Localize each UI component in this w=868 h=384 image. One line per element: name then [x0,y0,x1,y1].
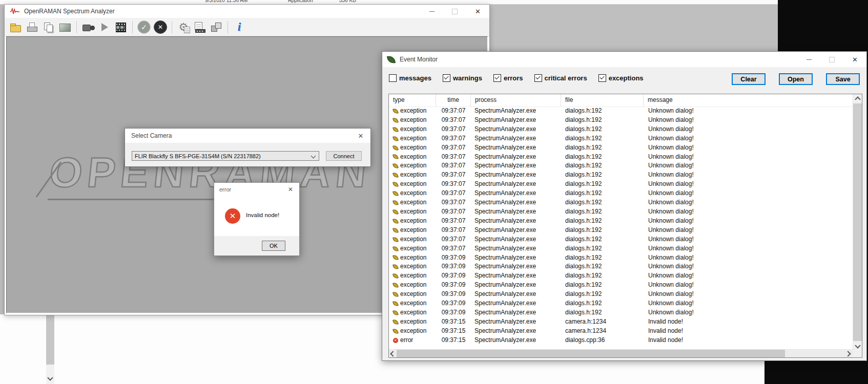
table-row[interactable]: exception09:37:09SpectrumAnalyzer.exedia… [389,299,853,308]
error-titlebar[interactable]: error ✕ [214,183,299,196]
event-type-label: exception [400,244,426,253]
close-button[interactable]: ✕ [351,129,370,143]
dialog-title: error [219,186,231,193]
checkbox-checked-icon[interactable] [443,74,450,82]
table-row[interactable]: exception09:37:07SpectrumAnalyzer.exedia… [389,198,853,207]
filter-checkbox-critical-errors[interactable]: critical errors [534,74,587,82]
event-message-cell: Unknown dialog! [644,217,853,226]
filter-checkbox-messages[interactable]: messages [389,74,431,82]
exception-icon [392,227,399,233]
column-header-message[interactable]: message [644,94,853,106]
event-monitor-titlebar[interactable]: Event Monitor ✕ [382,52,866,67]
table-row[interactable]: exception09:37:07SpectrumAnalyzer.exedia… [389,143,853,153]
event-type-label: exception [400,153,426,162]
table-row[interactable]: exception09:37:15SpectrumAnalyzer.execam… [389,327,853,336]
table-row[interactable]: exception09:37:07SpectrumAnalyzer.exedia… [389,170,853,180]
event-type-label: exception [400,299,426,308]
toolbar [5,18,489,36]
table-row[interactable]: exception09:37:07SpectrumAnalyzer.exedia… [389,217,853,226]
table-row[interactable]: exception09:37:07SpectrumAnalyzer.exedia… [389,207,853,217]
film-icon[interactable] [114,20,128,34]
close-button[interactable]: ✕ [466,5,489,18]
chevron-left-icon[interactable] [390,351,396,356]
print-icon[interactable] [26,20,39,34]
event-type-label: exception [400,207,426,217]
table-row[interactable]: exception09:37:07SpectrumAnalyzer.exedia… [389,180,853,189]
accept-icon[interactable] [137,20,151,34]
table-row[interactable]: error09:37:15SpectrumAnalyzer.exedialogs… [389,336,853,345]
checklist-icon[interactable] [193,20,206,34]
chevron-up-icon[interactable] [855,96,860,102]
column-header-type[interactable]: type [389,94,436,106]
camera-icon[interactable] [81,20,95,34]
checkbox-unchecked-icon[interactable] [389,74,397,82]
copy-icon[interactable] [42,20,55,34]
select-camera-titlebar[interactable]: Select Camera ✕ [125,129,370,143]
column-header-file[interactable]: file [561,94,644,106]
table-row[interactable]: exception09:37:07SpectrumAnalyzer.exedia… [389,226,853,235]
table-row[interactable]: exception09:37:07SpectrumAnalyzer.exedia… [389,116,853,125]
checkbox-checked-icon[interactable] [598,74,606,82]
ok-button[interactable]: OK [262,241,285,251]
table-row[interactable]: exception09:37:07SpectrumAnalyzer.exedia… [389,134,853,143]
table-row[interactable]: exception09:37:07SpectrumAnalyzer.exedia… [389,189,853,198]
image-icon[interactable] [58,20,72,34]
event-file-cell: dialogs.h:192 [561,253,644,263]
table-row[interactable]: exception09:37:07SpectrumAnalyzer.exedia… [389,244,853,253]
table-row[interactable]: exception09:37:07SpectrumAnalyzer.exedia… [389,235,853,244]
checkbox-checked-icon[interactable] [534,74,542,82]
event-type-label: exception [400,134,426,143]
column-header-time[interactable]: time [436,94,471,106]
info-icon[interactable] [233,20,246,34]
open-button[interactable]: Open [779,73,813,85]
event-message-cell: Unknown dialog! [644,290,853,299]
table-row[interactable]: exception09:37:07SpectrumAnalyzer.exedia… [389,161,853,170]
table-row[interactable]: exception09:37:09SpectrumAnalyzer.exedia… [389,281,853,290]
table-row[interactable]: exception09:37:09SpectrumAnalyzer.exedia… [389,290,853,299]
settings-icon[interactable] [177,20,190,34]
chevron-down-icon[interactable] [855,343,860,348]
camera-select-dropdown[interactable]: FLIR Blackfly S BFS-PGE-31S4M (S/N 22317… [132,151,319,161]
maximize-button[interactable] [443,5,466,18]
minimize-button[interactable] [797,52,820,67]
openraman-titlebar[interactable]: OpenRAMAN Spectrum Analyzer ✕ [5,5,489,18]
event-file-cell: dialogs.h:192 [561,189,644,198]
table-row[interactable]: exception09:37:09SpectrumAnalyzer.exedia… [389,253,853,263]
event-file-cell: dialogs.cpp:36 [561,336,644,345]
open-folder-icon[interactable] [9,20,23,34]
filter-checkbox-exceptions[interactable]: exceptions [598,74,644,82]
table-row[interactable]: exception09:37:07SpectrumAnalyzer.exedia… [389,106,853,116]
event-process-cell: SpectrumAnalyzer.exe [471,106,561,116]
table-row[interactable]: exception09:37:09SpectrumAnalyzer.exedia… [389,308,853,317]
save-button[interactable]: Save [826,73,860,85]
event-message-cell: Unknown dialog! [644,153,853,162]
connect-button[interactable]: Connect [326,151,362,161]
scrollbar-thumb[interactable] [853,103,862,341]
close-button[interactable]: ✕ [843,52,866,67]
maximize-button[interactable] [820,52,843,67]
play-icon[interactable] [98,20,111,34]
table-row[interactable]: exception09:37:09SpectrumAnalyzer.exedia… [389,271,853,281]
table-row[interactable]: exception09:37:07SpectrumAnalyzer.exedia… [389,153,853,162]
scrollbar-thumb[interactable] [397,350,785,357]
event-message-cell: Unknown dialog! [644,299,853,308]
background-scrollbar[interactable] [46,315,54,384]
scrollbar-thumb[interactable] [46,315,54,365]
clear-button[interactable]: Clear [732,73,766,85]
vertical-scrollbar[interactable] [853,94,862,351]
filter-checkbox-errors[interactable]: errors [493,74,523,82]
event-message-cell: Unknown dialog! [644,198,853,207]
close-button[interactable]: ✕ [282,183,299,196]
horizontal-scrollbar[interactable] [389,349,853,357]
checkbox-checked-icon[interactable] [493,74,501,82]
chevron-down-icon[interactable] [47,375,53,380]
table-row[interactable]: exception09:37:09SpectrumAnalyzer.exedia… [389,262,853,271]
minimize-button[interactable] [420,5,443,18]
column-header-process[interactable]: process [471,94,561,106]
table-row[interactable]: exception09:37:07SpectrumAnalyzer.exedia… [389,125,853,134]
filter-checkbox-warnings[interactable]: warnings [443,74,482,82]
chevron-right-icon[interactable] [845,351,851,356]
stop-icon[interactable] [154,20,167,34]
components-icon[interactable] [210,20,223,34]
table-row[interactable]: exception09:37:15SpectrumAnalyzer.execam… [389,317,853,327]
